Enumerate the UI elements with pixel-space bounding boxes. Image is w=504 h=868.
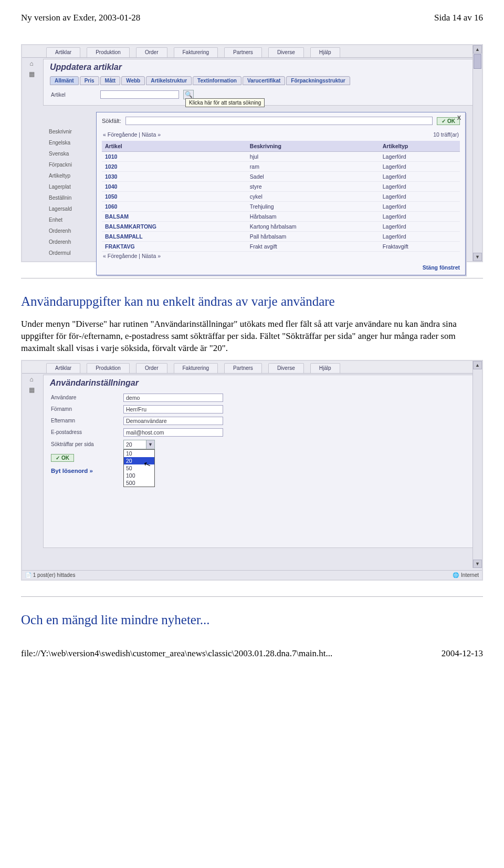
scroll-up-icon[interactable]: ▲ — [473, 361, 482, 369]
tab-allmant[interactable]: Allmänt — [50, 76, 79, 85]
epost-input[interactable]: mail@host.com — [123, 428, 223, 437]
cell-beskrivning: styre — [247, 182, 380, 192]
hit-count: 10 träff(ar) — [433, 131, 459, 138]
label-bestallning: Beställnin — [49, 195, 72, 201]
col-beskrivning[interactable]: Beskrivning — [247, 141, 380, 152]
artikel-input[interactable] — [100, 90, 179, 99]
prev-next-top[interactable]: « Föregående | Nästa » — [103, 131, 161, 138]
cell-beskrivning: Sadel — [247, 172, 380, 182]
menu-order[interactable]: Order — [136, 363, 167, 373]
label-svenska: Svenska — [49, 151, 72, 157]
sub-tabs: Allmänt Pris Mått Webb Artikelstruktur T… — [48, 76, 474, 85]
label-fornamn: Förnamn — [51, 406, 119, 412]
tooltip-search: Klicka här för att starta sökning — [185, 98, 265, 107]
cell-artikeltyp: Lagerförd — [380, 212, 460, 222]
option-10[interactable]: 10 — [124, 450, 154, 457]
menu-hjalp[interactable]: Hjälp — [310, 47, 340, 57]
change-password-link[interactable]: Byt lösenord » — [48, 463, 474, 476]
menu-produktion[interactable]: Produktion — [87, 363, 130, 373]
table-row[interactable]: 1040styreLagerförd — [102, 182, 460, 192]
table-row[interactable]: 1060TrehjulingLagerförd — [102, 202, 460, 212]
ok-button[interactable]: OK — [437, 117, 460, 125]
menu-artiklar[interactable]: Artiklar — [46, 363, 80, 373]
tab-artikelstruktur[interactable]: Artikelstruktur — [146, 76, 192, 85]
menu-artiklar[interactable]: Artiklar — [46, 47, 80, 57]
efternamn-input[interactable]: Demoanvändare — [123, 417, 223, 425]
menu-fakturering[interactable]: Fakturering — [174, 47, 218, 57]
vertical-scrollbar[interactable]: ▲ ▼ — [472, 361, 482, 568]
menu-partners[interactable]: Partners — [224, 363, 262, 373]
tab-matt[interactable]: Mått — [100, 76, 121, 85]
home-icon[interactable]: ⌂ — [27, 60, 36, 67]
screenshot-user-settings: Artiklar Produktion Order Fakturering Pa… — [21, 360, 483, 581]
menu-diverse[interactable]: Diverse — [268, 363, 304, 373]
cell-beskrivning: Kartong hårbalsam — [247, 222, 380, 232]
home-icon[interactable]: ⌂ — [27, 376, 36, 383]
prev-next-bottom[interactable]: « Föregående | Nästa » — [103, 253, 161, 259]
label-sokfalt: Sökfält: — [102, 118, 121, 124]
status-right: 🌐 Internet — [453, 572, 479, 578]
cell-beskrivning: cykel — [247, 192, 380, 202]
col-artikeltyp[interactable]: Artikeltyp — [380, 141, 460, 152]
pane-title-settings: Användarinställningar — [48, 378, 474, 392]
table-row[interactable]: 1010hjulLagerförd — [102, 152, 460, 162]
page-header: Ny version av Exder, 2003-01-28 Sida 14 … — [21, 13, 483, 23]
label-engelska: Engelska — [49, 140, 72, 146]
scroll-down-icon[interactable]: ▼ — [473, 253, 482, 261]
table-row[interactable]: BALSAMHårbalsamLagerförd — [102, 212, 460, 222]
menu-fakturering[interactable]: Fakturering — [174, 363, 218, 373]
menu-order[interactable]: Order — [136, 47, 167, 57]
section-title-1: Användaruppgifter kan nu enkelt ändras a… — [21, 294, 483, 309]
menu-diverse[interactable]: Diverse — [268, 47, 304, 57]
status-text: 1 post(er) hittades — [33, 572, 76, 578]
scroll-up-icon[interactable]: ▲ — [473, 45, 482, 54]
sokfalt-input[interactable] — [125, 117, 433, 125]
cell-artikeltyp: Lagerförd — [380, 162, 460, 172]
label-forpackning: Förpackni — [49, 162, 72, 168]
anvandare-input[interactable]: demo — [123, 394, 223, 402]
grid-icon[interactable]: ▦ — [27, 386, 36, 394]
tab-forpackningsstruktur[interactable]: Förpackningsstruktur — [286, 76, 350, 85]
fornamn-input[interactable]: Herr/Fru — [123, 405, 223, 414]
ok-button[interactable]: OK — [51, 454, 74, 462]
label-ordermul: Ordermul — [49, 250, 72, 256]
scroll-down-icon[interactable]: ▼ — [473, 560, 482, 568]
cell-artikeltyp: Lagerförd — [380, 192, 460, 202]
table-row[interactable]: BALSAMKARTONGKartong hårbalsamLagerförd — [102, 222, 460, 232]
col-artikel[interactable]: Artikel — [102, 141, 247, 152]
chevron-down-icon[interactable]: ▼ — [146, 440, 154, 449]
tab-textinformation[interactable]: Textinformation — [193, 76, 242, 85]
close-icon[interactable]: X — [457, 115, 461, 121]
status-left: 📄 1 post(er) hittades — [25, 572, 75, 578]
menu-hjalp[interactable]: Hjälp — [310, 363, 340, 373]
cell-artikeltyp: Lagerförd — [380, 172, 460, 182]
cell-artikel: 1050 — [102, 192, 247, 202]
tab-pris[interactable]: Pris — [80, 76, 99, 85]
scroll-thumb[interactable] — [474, 54, 481, 69]
section-body-1: Under menyn "Diverse" har rutinen "Använ… — [21, 318, 483, 355]
cell-artikeltyp: Lagerförd — [380, 182, 460, 192]
tab-varucertifikat[interactable]: Varucertifikat — [243, 76, 285, 85]
table-row[interactable]: BALSAMPALLPall hårbalsamLagerförd — [102, 232, 460, 242]
cell-artikeltyp: Lagerförd — [380, 222, 460, 232]
main-menu-2: Artiklar Produktion Order Fakturering Pa… — [22, 361, 482, 374]
tab-webb[interactable]: Webb — [121, 76, 145, 85]
main-menu: Artiklar Produktion Order Fakturering Pa… — [22, 45, 482, 58]
cell-beskrivning: ram — [247, 162, 380, 172]
vertical-scrollbar[interactable]: ▲ ▼ — [472, 45, 482, 261]
option-100[interactable]: 100 — [124, 472, 154, 479]
section-divider — [21, 278, 483, 278]
table-row[interactable]: FRAKTAVGFrakt avgiftFraktavgift — [102, 242, 460, 252]
header-left: Ny version av Exder, 2003-01-28 — [21, 13, 140, 23]
grid-icon[interactable]: ▦ — [27, 70, 36, 78]
cell-artikel: BALSAM — [102, 212, 247, 222]
menu-partners[interactable]: Partners — [224, 47, 262, 57]
table-row[interactable]: 1020ramLagerförd — [102, 162, 460, 172]
table-row[interactable]: 1050cykelLagerförd — [102, 192, 460, 202]
option-500[interactable]: 500 — [124, 479, 154, 487]
menu-produktion[interactable]: Produktion — [87, 47, 130, 57]
close-window-link[interactable]: Stäng fönstret — [102, 262, 460, 271]
hits-select[interactable]: 20 ▼ — [123, 440, 155, 449]
cell-artikel: 1020 — [102, 162, 247, 172]
table-row[interactable]: 1030SadelLagerförd — [102, 172, 460, 182]
